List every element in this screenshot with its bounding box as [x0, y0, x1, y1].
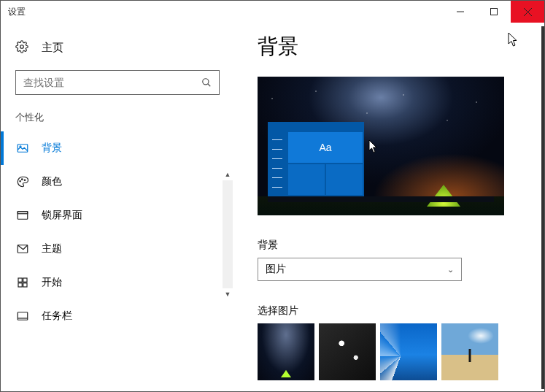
- sidebar-scrollbar[interactable]: ▲ ▼: [223, 169, 233, 300]
- nav-label: 颜色: [42, 175, 62, 188]
- nav-label: 任务栏: [42, 310, 72, 323]
- nav-label: 主题: [42, 242, 62, 255]
- thumbnail-3[interactable]: [380, 323, 437, 380]
- picture-icon: [15, 142, 30, 155]
- thumbnail-2[interactable]: [319, 323, 376, 380]
- palette-icon: [15, 175, 30, 188]
- titlebar: 设置: [1, 1, 544, 23]
- svg-rect-1: [491, 9, 498, 15]
- preview-taskbar: [268, 196, 494, 202]
- dropdown-value: 图片: [266, 263, 286, 276]
- taskbar-icon: [15, 310, 30, 323]
- nav-lockscreen[interactable]: 锁屏界面: [1, 199, 234, 232]
- home-label: 主页: [42, 41, 63, 55]
- thumbnail-4[interactable]: [441, 323, 498, 380]
- scroll-up-icon[interactable]: ▲: [223, 169, 233, 180]
- svg-rect-19: [18, 312, 28, 320]
- nav-label: 开始: [42, 276, 62, 289]
- svg-point-10: [22, 179, 23, 180]
- mouse-cursor-icon: [508, 32, 519, 48]
- svg-point-4: [20, 45, 24, 49]
- maximize-button[interactable]: [477, 1, 511, 23]
- nav-label: 锁屏界面: [42, 209, 82, 222]
- lockscreen-icon: [15, 209, 30, 222]
- svg-line-6: [208, 84, 211, 87]
- nav-label: 背景: [42, 142, 62, 155]
- start-icon: [15, 276, 30, 289]
- content-area: 背景 Aa: [234, 23, 544, 391]
- nav-start[interactable]: 开始: [1, 266, 234, 299]
- nav-background[interactable]: 背景: [1, 131, 234, 165]
- window-scrollbar[interactable]: [541, 26, 544, 389]
- preview-start-menu: Aa: [268, 122, 364, 196]
- scroll-down-icon[interactable]: ▼: [223, 288, 233, 300]
- gear-icon: [15, 40, 30, 55]
- settings-window: 设置 主页 个性化: [0, 0, 545, 392]
- sidebar: 主页 个性化 背景 颜色: [1, 23, 234, 391]
- svg-point-11: [24, 180, 26, 181]
- choose-picture-label: 选择图片: [258, 304, 522, 318]
- svg-rect-13: [18, 212, 28, 214]
- chevron-down-icon: ⌄: [447, 265, 454, 274]
- svg-point-9: [20, 181, 21, 182]
- background-type-label: 背景: [258, 239, 522, 252]
- preview-cursor-icon: [368, 139, 379, 154]
- section-label: 个性化: [1, 111, 234, 131]
- thumbnail-1[interactable]: [258, 323, 314, 380]
- picture-thumbnails: [258, 323, 522, 380]
- svg-rect-16: [23, 278, 27, 282]
- search-input[interactable]: [15, 70, 220, 95]
- svg-rect-15: [18, 278, 22, 282]
- search-icon: [194, 77, 219, 88]
- nav-themes[interactable]: 主题: [1, 232, 234, 266]
- close-button[interactable]: [511, 1, 544, 23]
- svg-rect-18: [23, 283, 27, 287]
- nav-colors[interactable]: 颜色: [1, 165, 234, 199]
- preview-tile-aa: Aa: [288, 132, 363, 163]
- theme-icon: [15, 242, 30, 255]
- scroll-track[interactable]: [223, 180, 233, 288]
- home-button[interactable]: 主页: [1, 34, 234, 61]
- window-title: 设置: [1, 6, 444, 18]
- minimize-button[interactable]: [444, 1, 477, 23]
- background-preview: Aa: [258, 77, 504, 215]
- svg-rect-17: [18, 283, 22, 287]
- page-title: 背景: [258, 33, 522, 61]
- svg-rect-12: [18, 212, 28, 220]
- background-type-dropdown[interactable]: 图片 ⌄: [258, 258, 462, 281]
- search-field[interactable]: [16, 77, 194, 88]
- svg-point-5: [203, 79, 209, 85]
- preview-tent: [427, 185, 460, 207]
- nav-taskbar[interactable]: 任务栏: [1, 299, 234, 333]
